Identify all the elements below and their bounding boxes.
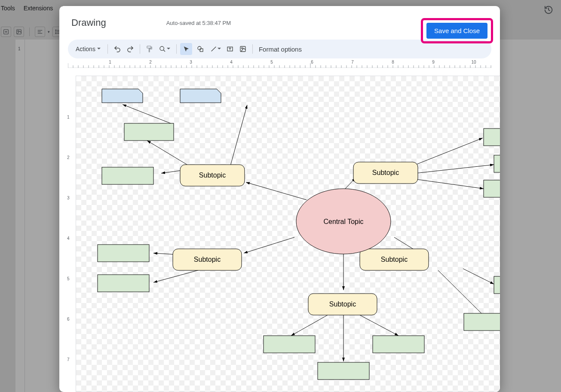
svg-rect-134 xyxy=(494,276,500,294)
line-tool[interactable] xyxy=(208,43,223,55)
svg-text:Subtopic: Subtopic xyxy=(199,172,226,179)
paint-format-button[interactable] xyxy=(144,43,156,55)
subtopic-nodes[interactable] xyxy=(173,162,429,315)
save-and-close-button[interactable]: Save and Close xyxy=(426,23,487,39)
zoom-button[interactable] xyxy=(156,43,173,55)
actions-menu[interactable]: Actions xyxy=(72,44,104,54)
horizontal-ruler: 1 2 3 4 5 6 7 8 9 10 xyxy=(68,60,491,68)
undo-button[interactable] xyxy=(111,43,123,55)
save-close-highlight: Save and Close xyxy=(421,18,493,43)
svg-text:Subtopic: Subtopic xyxy=(329,300,356,308)
svg-text:Subtopic: Subtopic xyxy=(372,169,399,176)
svg-line-116 xyxy=(123,104,171,123)
vertical-ruler: 1 2 3 4 5 6 7 xyxy=(68,77,76,392)
svg-line-123 xyxy=(438,270,486,318)
svg-text:Subtopic: Subtopic xyxy=(194,256,221,263)
canvas-svg: Central Topic Subtopic Subtopic Subtopic… xyxy=(76,76,500,392)
select-tool[interactable] xyxy=(180,43,192,55)
svg-line-15 xyxy=(163,50,165,52)
svg-rect-132 xyxy=(98,245,149,262)
svg-line-18 xyxy=(212,47,216,52)
svg-text:Central Topic: Central Topic xyxy=(323,218,363,225)
svg-rect-17 xyxy=(200,49,203,52)
svg-point-14 xyxy=(160,46,164,50)
redo-button[interactable] xyxy=(124,43,136,55)
text-box-tool[interactable] xyxy=(224,43,236,55)
svg-line-118 xyxy=(416,165,494,173)
svg-rect-136 xyxy=(264,336,315,353)
svg-line-125 xyxy=(360,315,399,336)
svg-line-122 xyxy=(463,269,494,284)
shape-tool[interactable] xyxy=(193,43,208,55)
svg-rect-129 xyxy=(484,129,500,146)
insert-image-tool[interactable] xyxy=(237,43,249,55)
svg-rect-13 xyxy=(147,46,151,48)
svg-rect-133 xyxy=(98,275,149,292)
svg-rect-131 xyxy=(484,180,500,197)
svg-rect-135 xyxy=(464,313,500,331)
svg-line-117 xyxy=(416,138,483,165)
chevron-down-icon xyxy=(167,45,170,53)
svg-line-119 xyxy=(416,179,484,189)
svg-rect-128 xyxy=(102,167,153,184)
autosave-status: Auto-saved at 5:38:47 PM xyxy=(166,20,231,26)
green-nodes[interactable] xyxy=(98,123,500,380)
svg-line-114 xyxy=(147,141,191,167)
svg-text:Subtopic: Subtopic xyxy=(381,256,408,263)
modal-title: Drawing xyxy=(71,17,106,28)
svg-rect-127 xyxy=(124,123,174,141)
svg-line-108 xyxy=(246,182,307,200)
drawing-modal: Drawing Auto-saved at 5:38:47 PM Save an… xyxy=(59,6,500,392)
blue-nodes[interactable] xyxy=(102,89,221,103)
svg-rect-130 xyxy=(494,155,500,172)
svg-point-23 xyxy=(242,48,243,49)
chevron-down-icon xyxy=(218,45,221,53)
svg-point-16 xyxy=(198,46,201,50)
svg-rect-138 xyxy=(318,362,369,380)
svg-line-124 xyxy=(291,315,328,336)
svg-line-115 xyxy=(230,105,247,167)
svg-rect-137 xyxy=(373,336,424,353)
format-options-button[interactable]: Format options xyxy=(259,46,302,53)
chevron-down-icon xyxy=(97,46,101,52)
drawing-canvas[interactable]: Central Topic Subtopic Subtopic Subtopic… xyxy=(76,76,500,392)
svg-line-110 xyxy=(244,237,294,253)
